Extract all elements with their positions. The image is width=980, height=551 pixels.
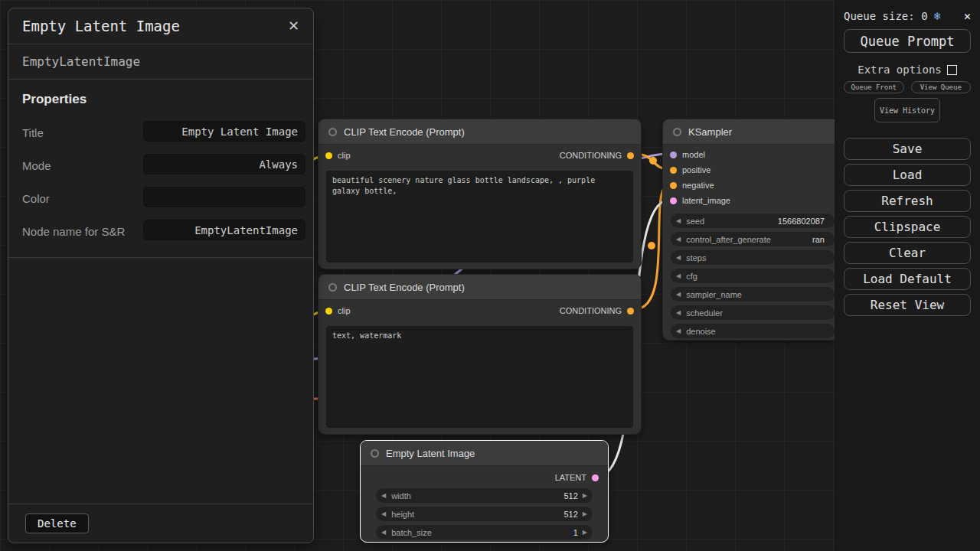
increment-arrow-icon[interactable]: ▶: [583, 493, 587, 499]
sampler-name-widget[interactable]: ◀ sampler_name: [671, 287, 835, 302]
scheduler-widget[interactable]: ◀ scheduler: [671, 305, 835, 320]
node-title: Empty Latent Image: [386, 448, 475, 459]
conditioning-output-slot[interactable]: [627, 308, 634, 315]
increment-arrow-icon[interactable]: ▶: [583, 511, 587, 517]
reset-view-button[interactable]: Reset View: [844, 294, 971, 316]
model-input-label: model: [682, 150, 705, 159]
queue-size-label: Queue size: 0: [844, 10, 928, 22]
decrement-arrow-icon[interactable]: ◀: [676, 218, 681, 224]
widget-label: batch_size: [391, 528, 432, 537]
clip-input-slot[interactable]: [325, 152, 332, 159]
clip-text-encode-negative-node[interactable]: CLIP Text Encode (Prompt) clip CONDITION…: [318, 274, 642, 435]
latent-image-input-slot[interactable]: [670, 197, 677, 204]
widget-label: height: [391, 510, 414, 519]
node-header[interactable]: CLIP Text Encode (Prompt): [318, 119, 641, 145]
node-name-field-input[interactable]: [143, 220, 305, 240]
decrement-arrow-icon[interactable]: ◀: [381, 530, 386, 536]
ksampler-node[interactable]: KSampler model positive negative latent_…: [662, 119, 843, 341]
widget-label: width: [391, 491, 411, 500]
extra-options-checkbox[interactable]: [947, 65, 957, 75]
denoise-widget[interactable]: ◀ denoise: [671, 324, 835, 338]
close-icon[interactable]: ✕: [288, 19, 299, 33]
mode-field-input[interactable]: [143, 154, 305, 174]
control-after-generate-widget[interactable]: ◀ control_after_generate ran: [671, 232, 835, 246]
widget-label: control_after_generate: [686, 235, 771, 244]
latent-image-input-label: latent_image: [682, 196, 730, 205]
load-button[interactable]: Load: [844, 164, 971, 186]
view-history-button[interactable]: View History: [874, 98, 940, 122]
node-name-field-row: Node name for S&R: [8, 214, 313, 246]
decrement-arrow-icon[interactable]: ◀: [676, 236, 681, 243]
delete-node-button[interactable]: Delete: [25, 514, 89, 533]
node-class-name: EmptyLatentImage: [8, 44, 313, 79]
batch-size-widget[interactable]: ◀ batch_size 1 ▶: [376, 525, 593, 540]
queue-front-button[interactable]: Queue Front: [844, 81, 904, 93]
save-button[interactable]: Save: [844, 138, 971, 160]
widget-value: 512: [564, 510, 577, 519]
positive-input-label: positive: [682, 165, 710, 174]
properties-empty-area: [8, 258, 313, 504]
extra-options-label: Extra options: [858, 64, 942, 76]
decrement-arrow-icon[interactable]: ◀: [676, 310, 681, 316]
widget-value: 1566802087: [778, 217, 825, 226]
node-header[interactable]: KSampler: [663, 119, 842, 145]
node-collapse-icon[interactable]: [328, 128, 337, 136]
properties-section-title: Properties: [8, 80, 313, 115]
increment-arrow-icon[interactable]: ▶: [583, 530, 587, 536]
latent-output-slot[interactable]: [592, 474, 599, 481]
node-collapse-icon[interactable]: [328, 283, 337, 292]
color-field-label: Color: [22, 187, 143, 207]
title-field-input[interactable]: [143, 121, 305, 142]
mode-field-row: Mode: [8, 148, 313, 181]
decrement-arrow-icon[interactable]: ◀: [381, 511, 386, 517]
close-icon[interactable]: ✕: [964, 9, 971, 23]
decrement-arrow-icon[interactable]: ◀: [676, 273, 681, 279]
node-title: KSampler: [688, 126, 732, 138]
node-header[interactable]: Empty Latent Image: [361, 441, 608, 466]
widget-value: 1: [573, 528, 578, 537]
node-header[interactable]: CLIP Text Encode (Prompt): [318, 275, 641, 300]
conditioning-output-label: CONDITIONING: [560, 151, 622, 160]
empty-latent-image-node[interactable]: Empty Latent Image LATENT ◀ width 512 ▶ …: [360, 440, 609, 543]
snowflake-icon[interactable]: ❄: [934, 9, 941, 23]
positive-prompt-textarea[interactable]: beautiful scenery nature glass bottle la…: [326, 171, 633, 262]
load-default-button[interactable]: Load Default: [844, 268, 971, 290]
height-widget[interactable]: ◀ height 512 ▶: [376, 507, 593, 521]
negative-input-slot[interactable]: [670, 182, 677, 189]
dialog-title: Empty Latent Image: [22, 18, 180, 34]
queue-prompt-button[interactable]: Queue Prompt: [844, 29, 971, 53]
view-queue-button[interactable]: View Queue: [911, 81, 972, 93]
node-collapse-icon[interactable]: [673, 128, 681, 136]
decrement-arrow-icon[interactable]: ◀: [676, 328, 681, 334]
refresh-button[interactable]: Refresh: [844, 190, 971, 212]
seed-widget[interactable]: ◀ seed 1566802087: [671, 214, 835, 228]
decrement-arrow-icon[interactable]: ◀: [381, 493, 386, 499]
clear-button[interactable]: Clear: [844, 242, 971, 264]
color-field-input[interactable]: [143, 187, 305, 207]
node-title: CLIP Text Encode (Prompt): [344, 282, 465, 293]
clip-text-encode-positive-node[interactable]: CLIP Text Encode (Prompt) clip CONDITION…: [318, 119, 642, 269]
model-input-slot[interactable]: [670, 152, 677, 158]
cfg-widget[interactable]: ◀ cfg: [671, 269, 835, 283]
node-properties-dialog: Empty Latent Image ✕ EmptyLatentImage Pr…: [8, 8, 314, 543]
decrement-arrow-icon[interactable]: ◀: [676, 255, 681, 261]
conditioning-output-slot[interactable]: [627, 152, 634, 159]
clip-input-slot[interactable]: [325, 308, 332, 315]
negative-input-label: negative: [682, 181, 714, 190]
decrement-arrow-icon[interactable]: ◀: [676, 292, 681, 298]
widget-label: sampler_name: [686, 290, 742, 299]
wire-midpoint-dot: [649, 157, 657, 165]
conditioning-output-label: CONDITIONING: [560, 306, 622, 315]
clipspace-button[interactable]: Clipspace: [844, 216, 971, 238]
mode-field-label: Mode: [22, 154, 143, 174]
steps-widget[interactable]: ◀ steps: [671, 250, 835, 265]
node-collapse-icon[interactable]: [371, 449, 379, 458]
node-name-field-label: Node name for S&R: [22, 220, 143, 240]
width-widget[interactable]: ◀ width 512 ▶: [376, 488, 593, 503]
color-field-row: Color: [8, 181, 313, 214]
title-field-label: Title: [22, 121, 143, 141]
negative-prompt-textarea[interactable]: text, watermark: [326, 326, 633, 428]
widget-label: cfg: [686, 272, 697, 281]
positive-input-slot[interactable]: [670, 167, 677, 174]
widget-value: ran: [812, 235, 825, 244]
